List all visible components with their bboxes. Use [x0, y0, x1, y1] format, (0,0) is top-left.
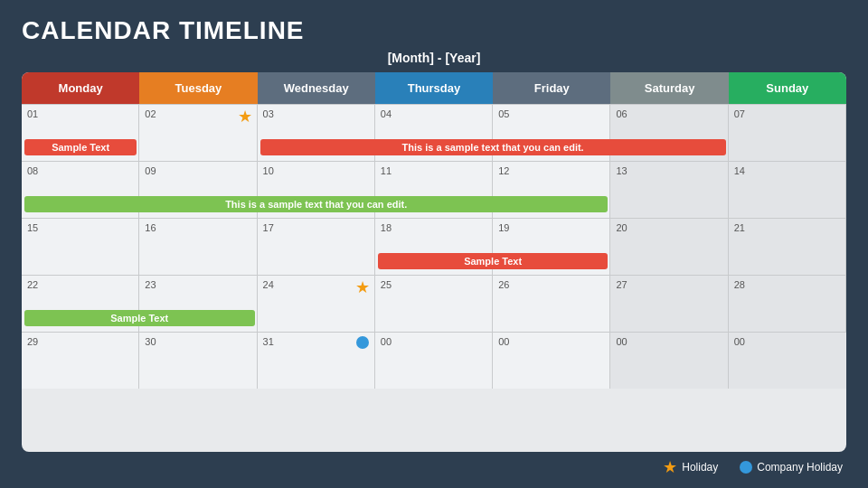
cal-cell-2-0: 15: [22, 219, 139, 275]
cell-date-number: 05: [498, 108, 604, 119]
cal-cell-0-0: 01: [22, 105, 139, 161]
calendar-row-3: 222324★25262728Sample Text: [22, 275, 846, 332]
header-wednesday: Wednesday: [258, 72, 375, 104]
calendar-header: MondayTuesdayWednesdayThursdayFridaySatu…: [22, 72, 846, 104]
cal-cell-1-4: 12: [493, 162, 610, 218]
cell-date-number: 22: [27, 279, 133, 290]
cal-cell-2-1: 16: [139, 219, 257, 275]
header-tuesday: Tuesday: [139, 72, 257, 104]
calendar-row-1: 08091011121314This is a sample text that…: [22, 161, 846, 218]
cal-cell-4-3: 00: [375, 333, 493, 389]
cell-date-number: 17: [263, 222, 369, 233]
cell-date-number: 26: [498, 279, 604, 290]
cell-date-number: 01: [27, 108, 133, 119]
cal-cell-2-4: 19: [493, 219, 610, 275]
cal-cell-0-4: 05: [493, 105, 610, 161]
cal-cell-4-4: 00: [493, 333, 610, 389]
company-holiday-legend: Company Holiday: [740, 461, 843, 474]
cell-date-number: 21: [734, 222, 840, 233]
cal-cell-1-3: 11: [375, 162, 493, 218]
cal-cell-4-1: 30: [139, 333, 257, 389]
cell-date-number: 02: [145, 108, 250, 119]
calendar-row-0: 0102★0304050607Sample TextThis is a samp…: [22, 104, 846, 161]
cal-cell-3-5: 27: [610, 276, 728, 332]
cal-cell-4-5: 00: [610, 333, 728, 389]
cell-date-number: 27: [616, 279, 722, 290]
cal-cell-3-1: 23: [139, 276, 257, 332]
company-holiday-label: Company Holiday: [757, 461, 843, 474]
cal-cell-1-1: 09: [139, 162, 257, 218]
cell-date-number: 18: [381, 222, 486, 233]
cal-cell-4-6: 00: [729, 333, 846, 389]
cell-date-number: 00: [734, 336, 841, 347]
cell-date-number: 10: [263, 165, 369, 176]
cal-cell-2-5: 20: [610, 219, 728, 275]
calendar-grid: MondayTuesdayWednesdayThursdayFridaySatu…: [22, 72, 846, 452]
calendar-body: 0102★0304050607Sample TextThis is a samp…: [22, 104, 846, 389]
cell-date-number: 25: [381, 279, 486, 290]
cell-date-number: 15: [27, 222, 133, 233]
cal-cell-3-0: 22: [22, 276, 139, 332]
cell-date-number: 13: [616, 165, 722, 176]
header-saturday: Saturday: [610, 72, 728, 104]
header-thursday: Thursday: [375, 72, 493, 104]
page-title: CALENDAR TIMELINE: [22, 16, 846, 45]
cal-cell-3-2: 24★: [258, 276, 375, 332]
star-icon: ★: [355, 277, 370, 297]
cal-cell-4-2: 31: [258, 333, 375, 389]
cell-date-number: 00: [381, 336, 486, 347]
holiday-label: Holiday: [682, 461, 718, 474]
cal-cell-2-6: 21: [729, 219, 846, 275]
cell-date-number: 08: [27, 165, 133, 176]
legend: ★ Holiday Company Holiday: [22, 452, 846, 477]
cell-date-number: 30: [145, 336, 250, 347]
cell-date-number: 07: [734, 108, 840, 119]
cell-date-number: 06: [616, 108, 722, 119]
cell-date-number: 20: [616, 222, 722, 233]
cal-cell-3-6: 28: [729, 276, 846, 332]
cell-date-number: 28: [734, 279, 840, 290]
header-sunday: Sunday: [729, 72, 846, 104]
star-icon: ★: [663, 457, 677, 477]
calendar-row-4: 29303100000000: [22, 332, 846, 389]
cal-cell-1-6: 14: [729, 162, 846, 218]
cell-date-number: 29: [27, 336, 133, 347]
star-icon: ★: [238, 107, 252, 127]
cal-cell-2-3: 18: [375, 219, 493, 275]
cell-date-number: 03: [263, 108, 369, 119]
cal-cell-2-2: 17: [258, 219, 375, 275]
cell-date-number: 09: [145, 165, 250, 176]
cell-date-number: 11: [381, 165, 486, 176]
cal-cell-1-0: 08: [22, 162, 139, 218]
cell-date-number: 04: [381, 108, 486, 119]
dot-icon: [740, 461, 752, 474]
cal-cell-0-1: 02★: [139, 105, 257, 161]
cell-date-number: 19: [498, 222, 604, 233]
cal-cell-0-3: 04: [375, 105, 493, 161]
cell-date-number: 14: [734, 165, 840, 176]
cell-date-number: 00: [498, 336, 604, 347]
cal-cell-0-2: 03: [258, 105, 375, 161]
holiday-legend: ★ Holiday: [663, 457, 718, 477]
cell-date-number: 23: [145, 279, 250, 290]
cal-cell-3-3: 25: [375, 276, 493, 332]
cal-cell-1-2: 10: [258, 162, 375, 218]
cell-date-number: 12: [498, 165, 604, 176]
cal-cell-4-0: 29: [22, 333, 139, 389]
cal-cell-0-5: 06: [610, 105, 728, 161]
cell-date-number: 16: [145, 222, 250, 233]
cell-date-number: 24: [263, 279, 369, 290]
cell-date-number: 31: [263, 336, 369, 347]
dot-icon: [356, 336, 369, 349]
cal-cell-3-4: 26: [493, 276, 610, 332]
cal-cell-1-5: 13: [610, 162, 728, 218]
cal-cell-0-6: 07: [729, 105, 846, 161]
month-year-label: [Month] - [Year]: [22, 51, 846, 65]
calendar-row-2: 15161718192021Sample Text: [22, 218, 846, 275]
header-friday: Friday: [493, 72, 610, 104]
cell-date-number: 00: [616, 336, 722, 347]
header-monday: Monday: [22, 72, 139, 104]
